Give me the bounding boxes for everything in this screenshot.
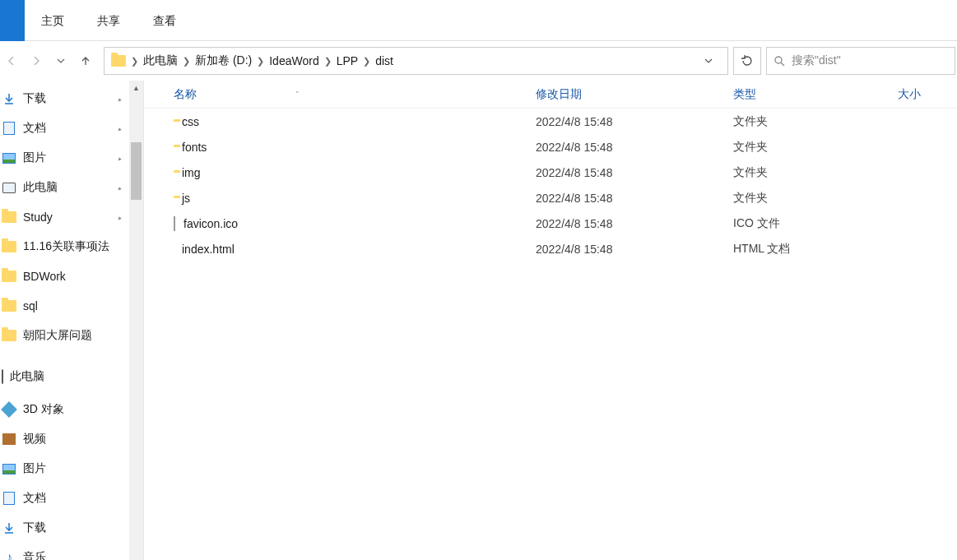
folder-icon — [2, 241, 16, 252]
sidebar-item-label: 图片 — [23, 150, 46, 165]
sidebar-item-label: 11.16关联事项法 — [23, 239, 109, 254]
sidebar-item[interactable]: sql — [0, 291, 143, 321]
sidebar-item[interactable]: 此电脑 — [0, 173, 143, 202]
file-type: 文件夹 — [733, 140, 898, 155]
sidebar-item-label: 下载 — [23, 91, 46, 106]
file-row[interactable]: fonts2022/4/8 15:48文件夹 — [144, 134, 957, 160]
file-name: js — [182, 192, 190, 205]
file-type: HTML 文档 — [733, 242, 898, 257]
file-row[interactable]: js2022/4/8 15:48文件夹 — [144, 185, 957, 211]
sidebar-item-label: 视频 — [23, 432, 46, 447]
nav-back-button[interactable] — [2, 51, 21, 71]
column-name[interactable]: 名称 ˄ — [174, 87, 536, 102]
search-input[interactable]: 搜索"dist" — [766, 47, 955, 75]
chevron-right-icon: ❯ — [363, 56, 370, 67]
sidebar-item-label: BDWork — [23, 270, 66, 283]
chevron-right-icon: ❯ — [257, 56, 264, 67]
sidebar-thispc-header[interactable]: 此电脑 — [0, 362, 143, 391]
nav-up-button[interactable] — [76, 51, 95, 71]
sidebar-item[interactable]: 文档 — [0, 484, 143, 513]
pc-icon — [2, 183, 16, 193]
sidebar-item[interactable]: 视频 — [0, 424, 143, 454]
nav-row: ❯ 此电脑 ❯ 新加卷 (D:) ❯ IdeaWord ❯ LPP ❯ dist… — [0, 41, 957, 81]
file-type: ICO 文件 — [733, 216, 898, 231]
sidebar-item[interactable]: 图片 — [0, 143, 143, 173]
file-tab[interactable] — [0, 0, 25, 41]
sidebar-item[interactable]: 下载 — [0, 513, 143, 543]
file-row[interactable]: img2022/4/8 15:48文件夹 — [144, 160, 957, 185]
folder-icon — [2, 211, 16, 223]
file-date: 2022/4/8 15:48 — [536, 115, 733, 128]
sidebar-item[interactable]: 3D 对象 — [0, 395, 143, 424]
breadcrumb-item[interactable]: LPP — [333, 53, 361, 69]
folder-icon — [2, 300, 16, 312]
picture-icon — [2, 153, 16, 164]
file-row[interactable]: favicon.ico2022/4/8 15:48ICO 文件 — [144, 211, 957, 236]
file-pane: 名称 ˄ 修改日期 类型 大小 css2022/4/8 15:48文件夹font… — [144, 81, 957, 560]
column-headers: 名称 ˄ 修改日期 类型 大小 — [144, 81, 957, 109]
chevron-right-icon: ❯ — [324, 56, 332, 67]
file-date: 2022/4/8 15:48 — [536, 141, 733, 154]
svg-line-1 — [781, 62, 784, 66]
scroll-up-icon[interactable]: ▲ — [129, 81, 143, 95]
sidebar-item[interactable]: 文档 — [0, 113, 143, 143]
tab-home[interactable]: 主页 — [25, 0, 81, 41]
sidebar-item[interactable]: 图片 — [0, 454, 143, 484]
tab-view[interactable]: 查看 — [137, 0, 193, 41]
nav-forward-button[interactable] — [26, 51, 46, 71]
breadcrumb-item[interactable]: 新加卷 (D:) — [192, 52, 255, 70]
sidebar-item[interactable]: 11.16关联事项法 — [0, 232, 143, 261]
sidebar-item-label: 文档 — [23, 491, 46, 506]
column-date[interactable]: 修改日期 — [536, 87, 733, 102]
address-bar[interactable]: ❯ 此电脑 ❯ 新加卷 (D:) ❯ IdeaWord ❯ LPP ❯ dist — [104, 47, 728, 75]
refresh-button[interactable] — [733, 47, 761, 75]
sidebar-item-label: sql — [23, 299, 38, 312]
scroll-thumb[interactable] — [131, 142, 142, 200]
address-root-icon — [108, 53, 129, 68]
file-name: index.html — [182, 243, 235, 256]
sidebar-item[interactable]: BDWork — [0, 261, 143, 291]
pin-icon — [115, 152, 127, 164]
sidebar-scrollbar[interactable]: ▲ — [129, 81, 143, 560]
chevron-right-icon: ❯ — [183, 56, 190, 67]
file-name: css — [182, 115, 199, 128]
sidebar-item-label: 3D 对象 — [23, 402, 64, 417]
sidebar-item[interactable]: 朝阳大屏问题 — [0, 321, 143, 350]
sidebar-item[interactable]: 下载 — [0, 84, 143, 113]
pin-icon — [115, 211, 127, 223]
column-size[interactable]: 大小 — [898, 87, 957, 102]
address-dropdown-icon[interactable] — [704, 57, 724, 65]
sidebar-thispc-label: 此电脑 — [10, 369, 44, 384]
sidebar-item-label: Study — [23, 211, 53, 224]
tab-share[interactable]: 共享 — [81, 0, 137, 41]
sort-indicator-icon: ˄ — [295, 90, 300, 99]
folder-icon — [2, 271, 16, 282]
pin-icon — [115, 123, 127, 134]
file-type: 文件夹 — [733, 114, 898, 129]
sidebar-item-label: 文档 — [23, 121, 46, 136]
file-row[interactable]: index.html2022/4/8 15:48HTML 文档 — [144, 236, 957, 261]
file-name: fonts — [182, 141, 207, 154]
folder-icon — [2, 330, 16, 341]
file-name: img — [182, 166, 201, 179]
video-icon — [2, 433, 16, 445]
breadcrumb-item[interactable]: dist — [372, 53, 397, 69]
sidebar-item[interactable]: ♪音乐 — [0, 543, 143, 560]
breadcrumb-item[interactable]: IdeaWord — [266, 53, 322, 69]
column-type[interactable]: 类型 — [733, 87, 898, 102]
chevron-right-icon: ❯ — [131, 56, 138, 67]
pin-icon — [115, 182, 127, 193]
sidebar-item-label: 图片 — [23, 461, 46, 476]
sidebar: 下载文档图片此电脑Study11.16关联事项法BDWorksql朝阳大屏问题 … — [0, 81, 144, 560]
file-type: 文件夹 — [733, 165, 898, 180]
download-icon — [2, 521, 16, 535]
pin-icon — [115, 93, 127, 104]
nav-recent-dropdown[interactable] — [51, 51, 71, 71]
breadcrumb-item[interactable]: 此电脑 — [140, 52, 181, 70]
ribbon-tabs: 主页 共享 查看 — [0, 0, 957, 41]
sidebar-item[interactable]: Study — [0, 202, 143, 232]
file-row[interactable]: css2022/4/8 15:48文件夹 — [144, 109, 957, 134]
download-icon — [2, 92, 16, 105]
music-icon: ♪ — [2, 550, 16, 560]
file-type: 文件夹 — [733, 191, 898, 206]
